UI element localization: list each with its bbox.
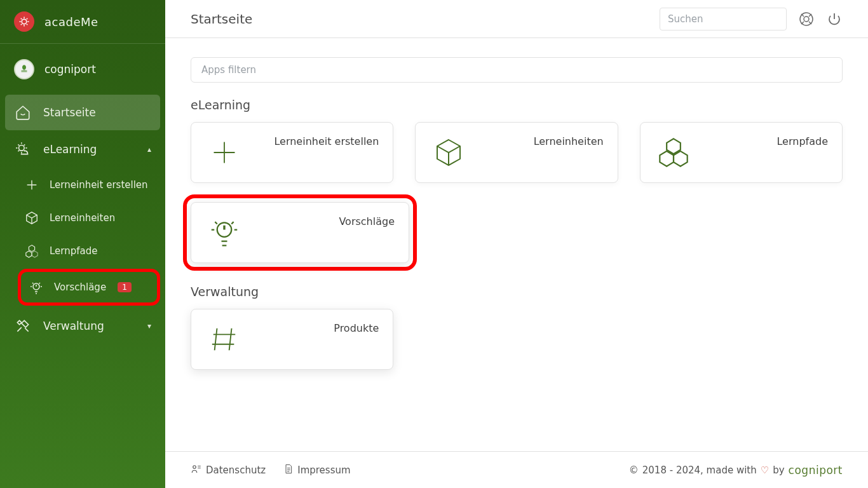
footer-link-label: Impressum [297,464,350,476]
sidebar-nav: Startseite eLearning ▴ Lerneinheit erste… [0,95,165,344]
chevron-up-icon: ▴ [147,145,151,154]
hash-icon [205,320,243,358]
cube-icon [23,209,41,227]
privacy-icon [191,463,202,477]
card-label: Lernpfade [702,135,828,147]
tenant-logo-icon [14,59,34,79]
card-products[interactable]: Produkte [191,309,393,370]
sidebar: acadeMe cogniport Startseite eLearning ▴ [0,0,165,488]
brand-logo-icon [14,11,34,32]
heart-icon: ♡ [761,464,769,476]
section-title-admin: Verwaltung [191,285,843,299]
plus-icon [205,133,243,172]
tenant[interactable]: cogniport [0,44,165,95]
svg-point-0 [22,19,27,24]
suggestions-badge: 1 [118,282,132,292]
sidebar-item-label: eLearning [43,143,97,156]
svg-point-4 [804,17,809,22]
sidebar-subitem-suggestions[interactable]: Vorschläge 1 [22,273,156,301]
footer-company: cogniport [789,464,843,477]
svg-point-1 [19,146,25,151]
help-icon[interactable] [798,11,815,27]
highlight-card-suggestions: Vorschläge [183,194,417,271]
search-input[interactable] [660,8,787,30]
footer-link-label: Datenschutz [206,464,266,476]
topbar: Startseite [165,0,868,38]
sidebar-item-elearning[interactable]: eLearning ▴ [5,132,160,167]
chevron-down-icon: ▾ [147,322,151,330]
sidebar-subitem-label: Lernpfade [50,245,97,257]
elearning-cards-row: Lerneinheit erstellen Lerneinheiten Lern… [191,122,843,183]
brain-gear-icon [14,140,32,158]
sidebar-item-label: Startseite [43,106,96,119]
home-icon [14,104,32,121]
cube-icon [430,133,468,172]
sidebar-item-label: Verwaltung [43,320,104,332]
sidebar-subitem-create-unit[interactable]: Lerneinheit erstellen [18,168,160,201]
sidebar-item-admin[interactable]: Verwaltung ▾ [5,308,160,344]
page-title: Startseite [191,11,252,27]
cubes-icon [654,133,693,172]
sidebar-item-home[interactable]: Startseite [5,95,160,130]
copyright-icon: © [629,464,639,476]
brand[interactable]: acadeMe [0,0,165,44]
admin-cards-row: Produkte [191,309,843,370]
footer-link-privacy[interactable]: Datenschutz [191,463,266,477]
main-area: Startseite eLearning Lerneinheit erstell… [165,0,868,488]
footer-link-imprint[interactable]: Impressum [283,464,350,477]
power-icon[interactable] [826,11,843,27]
tools-icon [14,317,32,335]
highlight-sidebar-suggestions: Vorschläge 1 [18,269,160,306]
card-paths[interactable]: Lernpfade [640,122,843,183]
card-label: Lerneinheit erstellen [252,135,379,147]
brand-name: acadeMe [44,15,98,29]
svg-point-6 [193,465,196,468]
tenant-name: cogniport [44,63,96,76]
footer-copyright: © 2018 - 2024, made with ♡ by cogniport [629,464,843,477]
card-create-unit[interactable]: Lerneinheit erstellen [191,122,393,183]
sidebar-elearning-submenu: Lerneinheit erstellen Lerneinheiten Lern… [5,168,160,307]
card-label: Lerneinheiten [477,135,603,147]
section-title-elearning: eLearning [191,98,843,112]
document-icon [283,464,294,477]
cubes-icon [23,242,41,260]
sidebar-subitem-units[interactable]: Lerneinheiten [18,201,160,234]
footer: Datenschutz Impressum © 2018 - 2024, mad… [165,451,868,488]
lightbulb-icon [205,214,243,252]
plus-icon [23,176,41,194]
apps-filter-input[interactable] [191,57,843,83]
lightbulb-icon [27,278,45,296]
card-label: Produkte [252,322,379,334]
sidebar-subitem-paths[interactable]: Lernpfade [18,234,160,268]
sidebar-subitem-label: Lerneinheiten [50,212,115,224]
card-suggestions[interactable]: Vorschläge [191,202,409,263]
card-units[interactable]: Lerneinheiten [415,122,618,183]
card-label: Vorschläge [252,215,395,227]
sidebar-subitem-label: Lerneinheit erstellen [50,179,148,191]
sidebar-subitem-label: Vorschläge [54,281,106,293]
content: eLearning Lerneinheit erstellen Lerneinh… [165,38,868,451]
